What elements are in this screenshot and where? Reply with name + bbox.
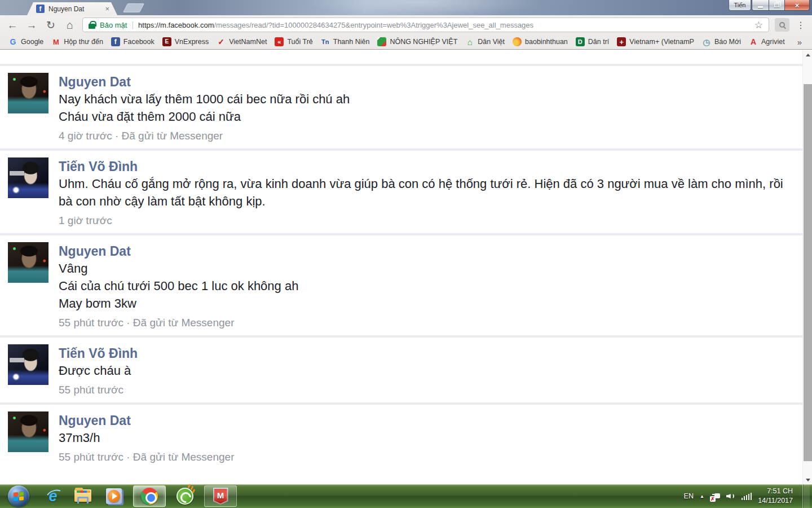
forward-icon[interactable]: → — [25, 20, 38, 30]
bookmark-item[interactable]: ◷ Báo Mới — [698, 36, 745, 48]
google-icon: G — [8, 37, 17, 46]
message-text: Uhm. Cháu cố gắng mở rộng ra, vừa kinh d… — [59, 175, 795, 210]
bookmark-label: Tuổi Trẻ — [287, 38, 312, 46]
scroll-down-icon[interactable] — [803, 475, 812, 484]
show-desktop-button[interactable] — [802, 484, 810, 508]
message-item: Nguyen Dat VângCái của chú tưới 500 bec … — [0, 233, 802, 335]
tab-close-icon[interactable]: × — [105, 5, 109, 12]
message-timestamp: 4 giờ trước · Đã gửi từ Messenger — [59, 130, 795, 142]
extension-button[interactable] — [775, 18, 789, 32]
bookmark-label: Google — [21, 38, 43, 46]
chrome-taskbar-button[interactable] — [133, 485, 166, 507]
tab-strip: f Nguyen Dat × Tiến × — [0, 0, 812, 15]
message-line: 37m3/h — [59, 429, 795, 446]
windows-explorer-button[interactable] — [72, 485, 95, 507]
bookmark-item[interactable]: E VnExpress — [158, 36, 213, 48]
internet-explorer-button[interactable]: e — [42, 485, 64, 507]
bookmarks-overflow-icon[interactable]: » — [794, 36, 805, 48]
back-icon[interactable]: ← — [6, 20, 19, 30]
windows-logo-icon — [14, 492, 24, 501]
page-scrollbar[interactable] — [802, 50, 812, 484]
tray-clock[interactable]: 7:51 CH 14/11/2017 — [758, 487, 793, 506]
bookmark-item[interactable]: G Google — [5, 36, 47, 48]
start-button[interactable] — [8, 485, 29, 507]
home-icon[interactable]: ⌂ — [63, 19, 77, 30]
restore-icon — [774, 3, 779, 7]
bookmark-item[interactable]: D Dân trí — [572, 36, 614, 48]
message-author-link[interactable]: Nguyen Dat — [59, 243, 131, 260]
vnexpress-icon: E — [162, 37, 171, 46]
power-status-icon[interactable]: ✗ — [710, 492, 720, 501]
new-tab-button[interactable] — [123, 3, 144, 12]
volume-icon[interactable] — [726, 492, 735, 500]
media-player-button[interactable] — [103, 485, 125, 507]
folder-icon — [74, 489, 92, 503]
tray-expand-icon[interactable]: ▲ — [700, 494, 704, 499]
language-indicator[interactable]: EN — [684, 492, 694, 500]
browser-window: f Nguyen Dat × Tiến × ← → ↻ ⌂ Bảo mật | … — [0, 0, 812, 484]
bookmark-item[interactable]: A Agriviet — [745, 36, 789, 48]
bookmark-label: baobinhthuan — [525, 38, 568, 46]
message-item: Nguyen Dat 37m3/h 55 phút trước · Đã gửi… — [0, 402, 802, 470]
danviet-icon: ⌂ — [465, 37, 474, 46]
tuoitre-icon: « — [275, 37, 284, 46]
security-label: Bảo mật — [100, 21, 127, 29]
browser-toolbar: ← → ↻ ⌂ Bảo mật | https://m.facebook.com… — [0, 15, 812, 34]
bookmark-label: Agriviet — [761, 38, 785, 46]
network-signal-icon[interactable] — [742, 492, 752, 500]
reload-icon[interactable]: ↻ — [44, 20, 58, 30]
bookmark-item[interactable]: ⌂ Dân Việt — [461, 36, 509, 48]
avatar[interactable] — [8, 344, 48, 385]
message-line: Được cháu à — [59, 362, 795, 379]
message-line: May bơm 3kw — [59, 295, 795, 312]
chrome-menu-icon[interactable]: ⋮ — [795, 20, 806, 30]
restore-button[interactable] — [769, 0, 784, 11]
bookmark-label: Thanh Niên — [333, 38, 370, 46]
bookmark-item[interactable]: Tn Thanh Niên — [317, 36, 374, 48]
avatar[interactable] — [8, 411, 48, 452]
window-controls: × — [752, 0, 810, 11]
bookmark-label: Dân Việt — [478, 38, 505, 46]
tab-nguyen-dat[interactable]: f Nguyen Dat × — [27, 2, 117, 15]
bookmark-item[interactable]: + Vietnam+ (VietnamP — [613, 36, 698, 48]
avatar[interactable] — [8, 157, 48, 198]
message-list: Nguyen Dat Nay khách vừa lấy thêm 1000 c… — [0, 50, 802, 470]
mcafee-taskbar-button[interactable]: M — [204, 485, 237, 507]
message-author-link[interactable]: Tiến Võ Đình — [59, 345, 138, 362]
minimize-button[interactable] — [752, 0, 769, 11]
url-domain: https://m.facebook.com — [138, 21, 214, 29]
avatar[interactable] — [8, 73, 48, 113]
address-bar[interactable]: Bảo mật | https://m.facebook.com/message… — [82, 17, 769, 32]
bookmark-item[interactable]: M Hộp thư đến — [47, 36, 107, 48]
bookmark-item[interactable]: NÔNG NGHIỆP VIỆT — [373, 36, 461, 48]
bookmark-item[interactable]: ✓ VietNamNet — [213, 36, 271, 48]
secure-lock-icon — [89, 24, 95, 29]
message-author-link[interactable]: Tiến Võ Đình — [59, 158, 138, 175]
close-button[interactable]: × — [784, 0, 810, 11]
message-timestamp: 55 phút trước · Đã gửi từ Messenger — [59, 317, 795, 329]
message-line: Cái của chú tưới 500 bec 1 luc ok không … — [59, 277, 795, 295]
scrollbar-thumb[interactable] — [804, 84, 812, 461]
minimize-icon — [758, 6, 763, 8]
dantri-icon: D — [576, 37, 585, 46]
bookmark-item[interactable]: f Facebook — [107, 36, 158, 48]
message-author-link[interactable]: Nguyen Dat — [59, 73, 131, 90]
bookmark-label: Báo Mới — [714, 38, 741, 46]
bookmark-label: Facebook — [123, 38, 155, 46]
message-author-link[interactable]: Nguyen Dat — [59, 412, 131, 429]
profile-button[interactable]: Tiến — [729, 0, 751, 11]
bookmark-star-icon[interactable]: ☆ — [754, 19, 763, 31]
coccoc-button[interactable] — [174, 485, 196, 507]
avatar[interactable] — [8, 242, 48, 283]
bookmark-item[interactable]: baobinhthuan — [509, 36, 572, 48]
message-item: Tiến Võ Đình Được cháu à 55 phút trước — [0, 335, 802, 402]
tab-title: Nguyen Dat — [48, 5, 101, 13]
thanhnien-icon: Tn — [321, 37, 330, 46]
url-text: https://m.facebook.com/messages/read/?ti… — [138, 21, 750, 29]
bookmark-label: VietNamNet — [229, 38, 267, 46]
scroll-up-icon[interactable] — [803, 50, 812, 59]
bookmark-item[interactable]: « Tuổi Trẻ — [271, 36, 316, 48]
bookmark-label: Hộp thư đến — [64, 38, 103, 46]
tray-date: 14/11/2017 — [758, 496, 793, 506]
internet-explorer-icon: e — [48, 488, 57, 505]
